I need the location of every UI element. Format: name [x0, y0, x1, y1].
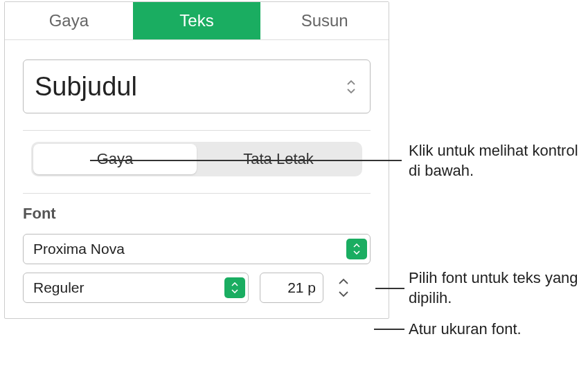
font-weight-popup[interactable]: Reguler	[23, 273, 249, 303]
font-family-value: Proxima Nova	[33, 241, 346, 257]
divider	[23, 130, 371, 131]
popup-arrows-icon	[346, 239, 367, 259]
paragraph-style-dropdown[interactable]: Subjudul	[23, 59, 371, 113]
font-weight-value: Reguler	[33, 279, 224, 296]
callout-line	[374, 329, 404, 330]
callout-set-size: Atur ukuran font.	[409, 320, 522, 340]
callout-see-controls: Klik untuk melihat kontrol di bawah.	[409, 141, 588, 181]
font-section-label: Font	[23, 205, 371, 223]
segment-tata-letak[interactable]: Tata Letak	[197, 144, 360, 174]
tab-teks[interactable]: Teks	[133, 2, 261, 39]
callout-pick-font: Pilih font untuk teks yang dipilih.	[409, 268, 588, 308]
font-family-popup[interactable]: Proxima Nova	[23, 234, 371, 264]
stepper-down[interactable]	[335, 288, 353, 300]
chevron-up-down-icon	[346, 80, 356, 93]
tab-gaya[interactable]: Gaya	[5, 2, 133, 39]
font-size-stepper	[335, 273, 353, 303]
font-size-value: 21 p	[287, 279, 316, 296]
paragraph-style-label: Subjudul	[35, 72, 137, 102]
stepper-up[interactable]	[335, 275, 353, 288]
popup-arrows-icon	[224, 277, 245, 298]
callout-line	[375, 288, 404, 289]
divider	[23, 193, 371, 194]
segment-gaya[interactable]: Gaya	[33, 144, 197, 174]
callout-line	[90, 160, 402, 161]
format-tabs: Gaya Teks Susun	[5, 2, 389, 39]
style-layout-segmented: Gaya Tata Letak	[31, 142, 362, 176]
font-size-field[interactable]: 21 p	[260, 273, 323, 303]
tab-susun[interactable]: Susun	[260, 2, 389, 39]
panel-body: Subjudul Gaya Tata Letak Font Proxima No…	[5, 39, 389, 318]
